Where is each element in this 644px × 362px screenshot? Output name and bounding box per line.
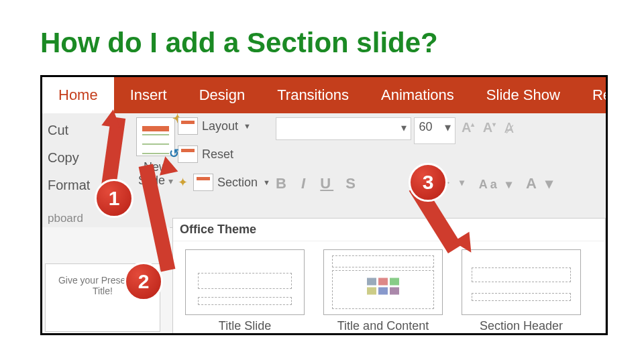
bold-button[interactable]: B [276,175,289,192]
chevron-down-icon: ▼ [263,178,270,186]
clear-formatting-icon[interactable]: A̷ [504,120,514,136]
font-selector[interactable] [276,117,411,140]
layout-title-slide[interactable] [185,249,305,315]
reset-button[interactable]: Reset [178,145,270,163]
tab-review-cut[interactable]: Re [576,77,606,113]
cut-button[interactable]: Cut [48,123,142,138]
sparkle-icon: ✦ [178,175,188,190]
tab-design[interactable]: Design [183,77,261,113]
layout-icon [178,117,198,135]
section-icon [193,174,213,191]
tab-insert[interactable]: Insert [114,77,183,113]
chevron-down-icon: ▼ [244,122,251,130]
font-size-selector[interactable]: 60 ▾ [414,117,455,144]
decrease-font-icon[interactable]: A▾ [483,120,496,135]
clipboard-group-label: pboard [48,212,142,225]
font-size-value: 60 [419,120,432,133]
gallery-heading: Office Theme [173,219,605,241]
reset-label: Reset [202,147,233,162]
tab-home[interactable]: Home [42,77,114,113]
layout-button[interactable]: Layout ▼ [178,117,270,135]
tab-animations[interactable]: Animations [365,77,470,113]
section-label: Section [217,176,258,190]
shadow-button[interactable]: S [345,175,358,192]
mini-slide-text-1: Give your Prese [58,275,125,286]
arrow-1-head [101,108,122,128]
new-slide-dropdown-icon[interactable]: ▾ [168,176,173,186]
layout-title-slide-label: Title Slide [219,319,271,333]
mini-slide-text-2: Title! [93,286,113,296]
layout-gallery: Office Theme Title Slide Title and Conte… [172,218,606,335]
callout-1: 1 [95,179,133,218]
layout-title-and-content-label: Title and Content [337,319,429,333]
font-color-button[interactable]: A ▾ [526,175,555,192]
italic-button[interactable]: I [301,175,308,192]
clipboard-group: Cut Copy Format ter pboard [42,113,142,231]
tab-slide-show[interactable]: Slide Show [470,77,576,113]
layout-section-header[interactable] [462,249,581,315]
callout-3: 3 [409,163,447,202]
tab-transitions[interactable]: Transitions [261,77,365,113]
underline-button[interactable]: U [320,175,333,192]
layout-section-header-label: Section Header [480,319,563,333]
change-case-button[interactable]: Aa ▾ [479,178,515,191]
layout-label: Layout [202,119,238,133]
layout-title-and-content[interactable] [323,249,443,315]
reset-icon [178,145,198,163]
callout-2: 2 [124,262,163,301]
section-button[interactable]: ✦ Section ▼ [178,174,270,191]
ribbon-tabs: Home Insert Design Transitions Animation… [42,77,606,113]
page-title: How do I add a Section slide? [40,27,438,59]
copy-button[interactable]: Copy [48,150,142,166]
increase-font-icon[interactable]: A▴ [462,120,474,135]
powerpoint-screenshot: Home Insert Design Transitions Animation… [40,75,608,335]
